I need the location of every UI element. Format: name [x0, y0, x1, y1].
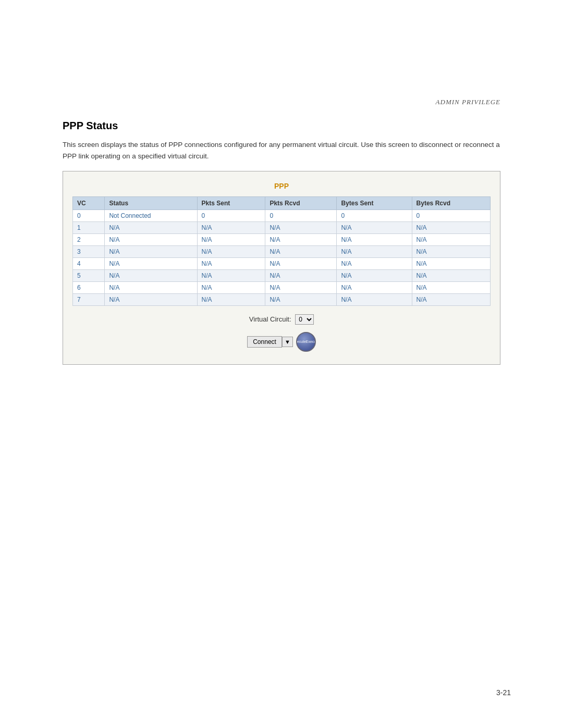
table-cell: N/A [197, 234, 265, 246]
table-cell: N/A [337, 270, 412, 282]
table-cell: N/A [197, 246, 265, 258]
table-cell: N/A [265, 270, 337, 282]
col-pkts-rcvd: Pkts Rcvd [265, 197, 337, 210]
page-number: 3-21 [496, 688, 511, 697]
table-cell: N/A [105, 282, 197, 294]
table-cell: 2 [73, 234, 105, 246]
execute-label: Execute [296, 340, 306, 344]
table-cell: N/A [265, 282, 337, 294]
table-cell: N/A [412, 246, 490, 258]
table-cell: N/A [265, 234, 337, 246]
table-cell: N/A [265, 294, 337, 306]
table-cell: N/A [105, 246, 197, 258]
table-cell: N/A [105, 222, 197, 234]
table-cell: 0 [337, 210, 412, 222]
table-cell: 0 [412, 210, 490, 222]
connect-dropdown-button[interactable]: ▼ [282, 337, 293, 347]
table-cell: 0 [265, 210, 337, 222]
table-cell: N/A [197, 222, 265, 234]
table-cell: N/A [412, 222, 490, 234]
table-cell: N/A [197, 270, 265, 282]
action-row: Connect ▼ Execute [72, 332, 491, 352]
table-cell: N/A [105, 234, 197, 246]
table-cell: 6 [73, 282, 105, 294]
table-row: 2N/AN/AN/AN/AN/A [73, 234, 491, 246]
connect-button[interactable]: Connect [247, 336, 282, 348]
table-cell: N/A [105, 270, 197, 282]
col-status: Status [105, 197, 197, 210]
virtual-circuit-select[interactable]: 0 1 2 3 4 5 6 7 [295, 314, 314, 325]
table-cell: 4 [73, 258, 105, 270]
table-row: 6N/AN/AN/AN/AN/A [73, 282, 491, 294]
table-cell: 1 [73, 222, 105, 234]
table-cell: N/A [412, 282, 490, 294]
table-row: 4N/AN/AN/AN/AN/A [73, 258, 491, 270]
connect-action-wrapper: Connect ▼ [247, 336, 293, 348]
table-cell: 0 [197, 210, 265, 222]
table-cell: 5 [73, 270, 105, 282]
table-cell: N/A [337, 258, 412, 270]
table-row: 7N/AN/AN/AN/AN/A [73, 294, 491, 306]
table-cell: N/A [412, 294, 490, 306]
table-cell: N/A [197, 294, 265, 306]
table-cell: N/A [197, 282, 265, 294]
table-cell: 7 [73, 294, 105, 306]
ppp-panel-title: PPP [72, 182, 491, 190]
table-cell: N/A [105, 294, 197, 306]
col-bytes-rcvd: Bytes Rcvd [412, 197, 490, 210]
col-bytes-sent: Bytes Sent [337, 197, 412, 210]
table-cell: N/A [265, 258, 337, 270]
ppp-table: VC Status Pkts Sent Pkts Rcvd Bytes Sent… [72, 196, 491, 306]
table-row: 3N/AN/AN/AN/AN/A [73, 246, 491, 258]
virtual-circuit-label: Virtual Circuit: [249, 315, 291, 323]
table-cell: N/A [197, 258, 265, 270]
col-pkts-sent: Pkts Sent [197, 197, 265, 210]
admin-privilege-label: ADMIN PRIVILEGE [436, 98, 500, 106]
page-title: PPP Status [63, 120, 500, 132]
ppp-screen-box: PPP VC Status Pkts Sent Pkts Rcvd Bytes … [63, 171, 500, 365]
table-cell: N/A [337, 282, 412, 294]
table-row: 5N/AN/AN/AN/AN/A [73, 270, 491, 282]
table-cell: N/A [337, 246, 412, 258]
table-cell: 3 [73, 246, 105, 258]
virtual-circuit-selector-row: Virtual Circuit: 0 1 2 3 4 5 6 7 [72, 314, 491, 325]
execute-button[interactable]: Execute [296, 332, 316, 352]
table-cell: N/A [105, 258, 197, 270]
col-vc: VC [73, 197, 105, 210]
table-cell: N/A [412, 270, 490, 282]
page-description: This screen displays the status of PPP c… [63, 139, 500, 162]
table-cell: N/A [337, 294, 412, 306]
table-cell: N/A [412, 234, 490, 246]
table-cell: N/A [337, 234, 412, 246]
table-cell: 0 [73, 210, 105, 222]
table-cell: Not Connected [105, 210, 197, 222]
table-cell: N/A [265, 222, 337, 234]
table-cell: N/A [265, 246, 337, 258]
table-cell: N/A [412, 258, 490, 270]
table-row: 1N/AN/AN/AN/AN/A [73, 222, 491, 234]
table-row: 0Not Connected0000 [73, 210, 491, 222]
table-cell: N/A [337, 222, 412, 234]
